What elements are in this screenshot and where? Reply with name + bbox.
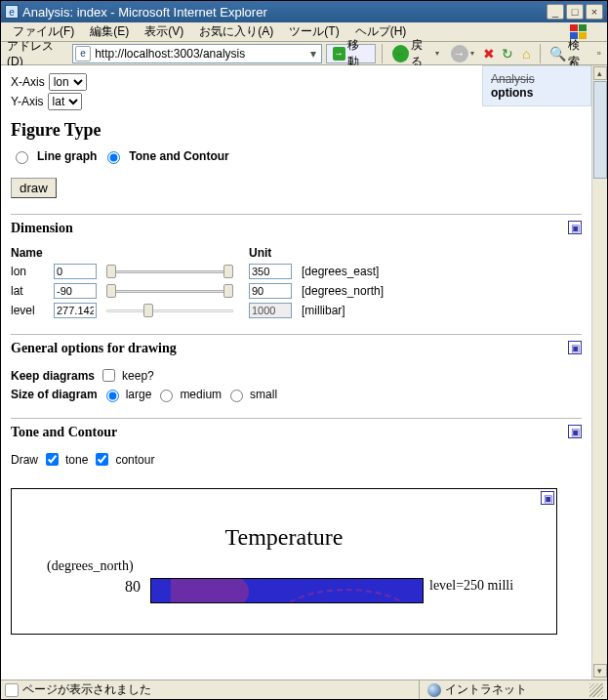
menu-bar: ファイル(F) 編集(E) 表示(V) お気に入り(A) ツール(T) ヘルプ(… [1, 22, 607, 42]
dim-lon-max-input[interactable] [249, 264, 292, 279]
dimension-table: Name Unit lon [degrees_east] lat [degree… [11, 246, 582, 318]
toolbar-chevron-icon[interactable]: » [597, 49, 601, 58]
address-input[interactable] [93, 47, 304, 61]
search-icon: 🔍 [550, 46, 566, 62]
tone-contour-heading: Tone and Contour [11, 425, 582, 440]
page-content: Analysis options X-Axis lon Y-Axis lat F… [1, 65, 591, 679]
divider [11, 334, 582, 335]
dim-level-slider[interactable] [106, 303, 233, 318]
dim-lon-min-input[interactable] [54, 264, 97, 279]
dim-lat-max-input[interactable] [249, 283, 292, 299]
home-icon[interactable]: ⌂ [519, 46, 534, 62]
status-text: ページが表示されました [22, 681, 151, 698]
collapse-toggle[interactable]: ▣ [568, 221, 582, 234]
dim-lon-slider[interactable] [106, 264, 233, 279]
general-options-heading: General options for drawing [11, 341, 582, 356]
contour-label: contour [115, 453, 154, 467]
tone-checkbox[interactable] [46, 453, 59, 466]
app-icon: e [5, 5, 19, 19]
figure-type-heading: Figure Type [11, 120, 582, 141]
dim-level-max-input [249, 303, 292, 318]
status-bar: ページが表示されました イントラネット [1, 679, 607, 699]
title-bar: e Analysis: index - Microsoft Internet E… [1, 1, 607, 22]
size-of-diagram-label: Size of diagram [11, 388, 98, 401]
analysis-options-line2: options [491, 86, 583, 100]
analysis-options-panel[interactable]: Analysis options [482, 65, 591, 106]
go-icon: → [333, 47, 345, 61]
chevron-down-icon[interactable]: ▾ [470, 49, 474, 58]
svg-rect-1 [579, 24, 587, 31]
size-medium-radio[interactable] [160, 390, 173, 402]
page-status-icon [5, 683, 19, 697]
dimension-unit-header: Unit [249, 246, 409, 260]
figure-type-line-radio[interactable] [16, 151, 28, 164]
back-icon: ← [392, 45, 409, 62]
vertical-scrollbar[interactable]: ▴ ▾ [591, 65, 607, 679]
address-combo[interactable]: e ▾ [72, 44, 321, 63]
go-button[interactable]: → 移動 [326, 44, 377, 63]
y-axis-select[interactable]: lat [48, 93, 82, 110]
figure-title: Temperature [18, 524, 550, 551]
divider [11, 214, 582, 215]
dimension-name-header: Name [11, 246, 48, 260]
figure-y-axis-label: (degrees_north) [47, 558, 550, 574]
dim-lat-min-input[interactable] [54, 283, 97, 299]
figure-type-line-label: Line graph [37, 149, 97, 163]
keep-diagrams-label: Keep diagrams [11, 369, 95, 383]
scroll-down-icon[interactable]: ▾ [593, 664, 607, 678]
draw-button[interactable]: draw [11, 178, 57, 198]
keep-diagrams-text: keep? [122, 369, 154, 383]
collapse-toggle[interactable]: ▣ [568, 341, 582, 354]
forward-icon: → [451, 45, 468, 62]
figure-y-tick: 80 [125, 578, 141, 596]
figure-type-tone-radio[interactable] [107, 151, 120, 164]
figure-panel: ▣ Temperature (degrees_north) 80 level=2… [11, 488, 557, 635]
content-area: Analysis options X-Axis lon Y-Axis lat F… [1, 65, 607, 679]
security-zone: イントラネット [419, 680, 586, 699]
divider [11, 418, 582, 419]
minimize-button[interactable]: _ [547, 4, 564, 20]
size-small-radio[interactable] [230, 390, 243, 402]
dim-lat-name: lat [11, 284, 48, 298]
size-large-label: large [126, 388, 152, 401]
collapse-toggle[interactable]: ▣ [541, 491, 554, 505]
toolbar-separator [540, 44, 541, 63]
close-button[interactable]: × [586, 4, 603, 20]
window-title: Analysis: index - Microsoft Internet Exp… [22, 5, 267, 20]
figure-plot [150, 578, 424, 603]
keep-diagrams-checkbox[interactable] [102, 369, 115, 382]
refresh-icon[interactable]: ↻ [501, 46, 515, 62]
size-small-label: small [250, 388, 277, 401]
x-axis-select[interactable]: lon [49, 73, 87, 91]
dim-lon-unit: [degrees_east] [302, 265, 409, 278]
chevron-down-icon[interactable]: ▾ [435, 49, 439, 58]
intranet-zone-icon [427, 683, 441, 697]
menu-edit[interactable]: 編集(E) [82, 21, 137, 42]
dim-level-min-input[interactable] [54, 303, 97, 318]
scroll-up-icon[interactable]: ▴ [593, 66, 607, 80]
stop-icon[interactable]: ✖ [482, 46, 497, 62]
collapse-toggle[interactable]: ▣ [568, 425, 582, 438]
address-dropdown-icon[interactable]: ▾ [305, 47, 321, 61]
menu-tools[interactable]: ツール(T) [281, 21, 346, 42]
scroll-thumb[interactable] [593, 81, 607, 179]
address-label: アドレス(D) [5, 38, 68, 68]
dim-lat-unit: [degrees_north] [302, 284, 409, 298]
maximize-button[interactable]: □ [566, 4, 584, 20]
forward-button[interactable]: → ▾ [447, 45, 478, 62]
toolbar-separator [382, 44, 383, 63]
resize-grip-icon[interactable] [589, 683, 603, 697]
size-large-radio[interactable] [106, 390, 119, 402]
app-window: e Analysis: index - Microsoft Internet E… [0, 0, 608, 700]
menu-favorites[interactable]: お気に入り(A) [191, 21, 281, 42]
dimension-heading: Dimension [11, 221, 582, 236]
contour-checkbox[interactable] [96, 453, 108, 466]
dim-lon-name: lon [11, 265, 48, 278]
menu-view[interactable]: 表示(V) [137, 21, 191, 42]
security-zone-label: イントラネット [445, 681, 527, 698]
dim-lat-slider[interactable] [106, 283, 233, 299]
address-toolbar: アドレス(D) e ▾ → 移動 ← 戻る ▾ → ▾ ✖ ↻ ⌂ 🔍 検索 » [1, 42, 607, 65]
size-medium-label: medium [180, 388, 222, 401]
draw-label: Draw [11, 453, 38, 467]
dim-level-name: level [11, 304, 48, 317]
